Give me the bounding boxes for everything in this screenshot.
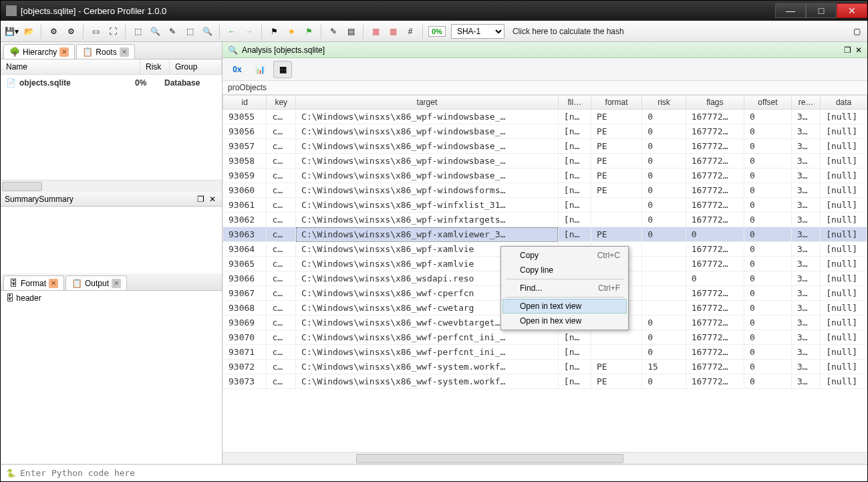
titlebar[interactable]: [objects.sqlite] - Cerbero Profiler 1.0.… [1, 1, 867, 21]
table-scrollbar[interactable] [223, 452, 867, 464]
close-icon[interactable]: ✕ [120, 47, 129, 57]
tab-label: Hierarchy [23, 47, 57, 57]
star-icon[interactable]: ★ [283, 23, 299, 39]
tool5-icon[interactable]: ✎ [325, 23, 341, 39]
undock-icon[interactable]: ❐ [844, 45, 851, 55]
col-target[interactable]: target [296, 96, 559, 110]
table-view-button[interactable]: ▦ [273, 61, 292, 78]
tool1-icon[interactable]: ⬚ [130, 23, 146, 39]
table-row[interactable]: 93073c…C:\Windows\winsxs\x86_wwf-system.… [223, 374, 867, 389]
table-row[interactable]: 93062c…C:\Windows\winsxs\x86_wpf-winfxta… [223, 213, 867, 227]
format-tree[interactable]: 🗄 header [1, 291, 222, 464]
pane-title: Summary [5, 195, 39, 204]
tool6-icon[interactable]: ▤ [343, 23, 359, 39]
menu-item-copy-line[interactable]: Copy line [502, 263, 627, 277]
tab-label: Format [21, 279, 46, 288]
save-icon[interactable]: 💾▾ [3, 23, 19, 39]
tab-label: Roots [96, 47, 116, 57]
menu-item-find-[interactable]: Find...Ctrl+F [502, 281, 627, 295]
col-name[interactable]: Name [1, 59, 140, 74]
table-row[interactable]: 93056c…C:\Windows\winsxs\x86_wpf-windows… [223, 124, 867, 139]
gear2-icon[interactable]: ⚙ [63, 23, 79, 39]
minimize-button[interactable]: — [775, 3, 806, 18]
python-input[interactable] [20, 468, 862, 478]
format-tree-item[interactable]: 🗄 header [6, 293, 216, 303]
tool2-icon[interactable]: ✎ [164, 23, 180, 39]
close-icon[interactable]: ✕ [49, 279, 58, 288]
table-row[interactable]: 93063c…C:\Windows\winsxs\x86_wpf-xamlvie… [223, 227, 867, 242]
col-data[interactable]: data [821, 96, 867, 110]
tree-item-risk: 0% [135, 78, 164, 88]
table-row[interactable]: 93072c…C:\Windows\winsxs\x86_wwf-system.… [223, 360, 867, 374]
close-icon[interactable]: ✕ [112, 279, 121, 288]
app-icon [6, 5, 17, 16]
table-row[interactable]: 93055c…C:\Windows\winsxs\x86_wpf-windows… [223, 110, 867, 124]
hex-view-button[interactable]: 0x [228, 61, 247, 78]
analysis-header: 🔍 Analysis [objects.sqlite] ❐ ✕ [223, 42, 867, 58]
summary-header[interactable]: Summary Summary ❐ ✕ [1, 192, 222, 207]
col-re[interactable]: re… [791, 96, 820, 110]
open-icon[interactable]: 📂 [21, 23, 37, 39]
hash-algo-select[interactable]: SHA-1 [451, 24, 504, 39]
tree-item-name: objects.sqlite [19, 78, 135, 88]
window-icon[interactable]: ▭ [88, 23, 104, 39]
tab-hierarchy[interactable]: 🌳 Hierarchy ✕ [3, 44, 75, 59]
col-group[interactable]: Group [170, 59, 222, 74]
context-menu[interactable]: CopyCtrl+CCopy lineFind...Ctrl+FOpen in … [500, 246, 629, 330]
close-icon[interactable]: ✕ [207, 194, 218, 205]
menu-item-copy[interactable]: CopyCtrl+C [502, 248, 627, 263]
col-format[interactable]: format [591, 96, 641, 110]
col-risk[interactable]: Risk [140, 59, 170, 74]
close-icon[interactable]: ✕ [59, 47, 69, 57]
table-row[interactable]: 93060c…C:\Windows\winsxs\x86_wpf-windows… [223, 183, 867, 198]
python-console[interactable]: 🐍 [1, 464, 867, 481]
back-button[interactable]: ← [224, 23, 240, 39]
maximize-button[interactable]: □ [806, 3, 837, 18]
hash-icon[interactable]: # [402, 23, 418, 39]
tool7-icon[interactable]: ▦ [368, 23, 384, 39]
menu-item-open-in-hex-view[interactable]: Open in hex view [502, 314, 627, 328]
search-icon[interactable]: 🔍 [147, 23, 163, 39]
tab-output[interactable]: 📋 Output ✕ [65, 275, 127, 290]
table-row[interactable]: 93059c…C:\Windows\winsxs\x86_wpf-windows… [223, 168, 867, 183]
main-toolbar: 💾▾ 📂 ⚙ ⚙ ▭ ⛶ ⬚ 🔍 ✎ ⬚ 🔍 ← → ⚑ ★ ⚑ ✎ ▤ ▦ ▦… [1, 21, 867, 42]
gear-icon[interactable]: ⚙ [45, 23, 61, 39]
hierarchy-tree[interactable]: Name Risk Group 📄 objects.sqlite 0% Data… [1, 59, 222, 180]
tool8-icon[interactable]: ▦ [385, 23, 401, 39]
table-row[interactable]: 93071c…C:\Windows\winsxs\x86_wwf-perfcnt… [223, 345, 867, 360]
col-fil[interactable]: fil… [558, 96, 591, 110]
calculate-hash-link[interactable]: Click here to calculate the hash [509, 27, 628, 36]
menu-item-open-in-text-view[interactable]: Open in text view [502, 299, 627, 314]
tool4-icon[interactable]: 🔍 [199, 23, 215, 39]
table-row[interactable]: 93057c…C:\Windows\winsxs\x86_wpf-windows… [223, 139, 867, 154]
col-offset[interactable]: offset [744, 96, 791, 110]
chart-view-button[interactable]: 📊 [251, 61, 269, 78]
table-row[interactable]: 93058c…C:\Windows\winsxs\x86_wpf-windows… [223, 154, 867, 168]
format-tabbar: 🗄 Format ✕ 📋 Output ✕ [1, 273, 222, 291]
close-icon[interactable]: ✕ [855, 45, 862, 55]
tree-scrollbar[interactable] [1, 180, 222, 192]
fullscreen-icon[interactable]: ⛶ [105, 23, 121, 39]
tree-row[interactable]: 📄 objects.sqlite 0% Database [1, 75, 222, 91]
magnifier-icon: 🔍 [228, 45, 238, 55]
flag-green-icon[interactable]: ⚑ [301, 23, 317, 39]
data-table[interactable]: idkeytargetfil…formatriskflagsoffsetre…d… [223, 95, 867, 452]
flag-red-icon[interactable]: ⚑ [266, 23, 282, 39]
summary-body [1, 207, 222, 273]
col-key[interactable]: key [267, 96, 296, 110]
view-toolbar: 0x 📊 ▦ [223, 58, 867, 81]
forward-button[interactable]: → [241, 23, 257, 39]
toolbar-end-icon[interactable]: ▢ [849, 23, 865, 39]
tree-item-group: Database [164, 78, 216, 88]
undock-icon[interactable]: ❐ [195, 194, 206, 205]
col-id[interactable]: id [223, 96, 267, 110]
table-row[interactable]: 93070c…C:\Windows\winsxs\x86_wwf-perfcnt… [223, 330, 867, 345]
table-name: proObjects [223, 81, 867, 95]
close-button[interactable]: ✕ [837, 3, 867, 18]
col-risk[interactable]: risk [642, 96, 686, 110]
tool3-icon[interactable]: ⬚ [182, 23, 198, 39]
tab-roots[interactable]: 📋 Roots ✕ [76, 44, 134, 59]
table-row[interactable]: 93061c…C:\Windows\winsxs\x86_wpf-winfxli… [223, 198, 867, 213]
tab-format[interactable]: 🗄 Format ✕ [3, 275, 64, 290]
col-flags[interactable]: flags [686, 96, 744, 110]
